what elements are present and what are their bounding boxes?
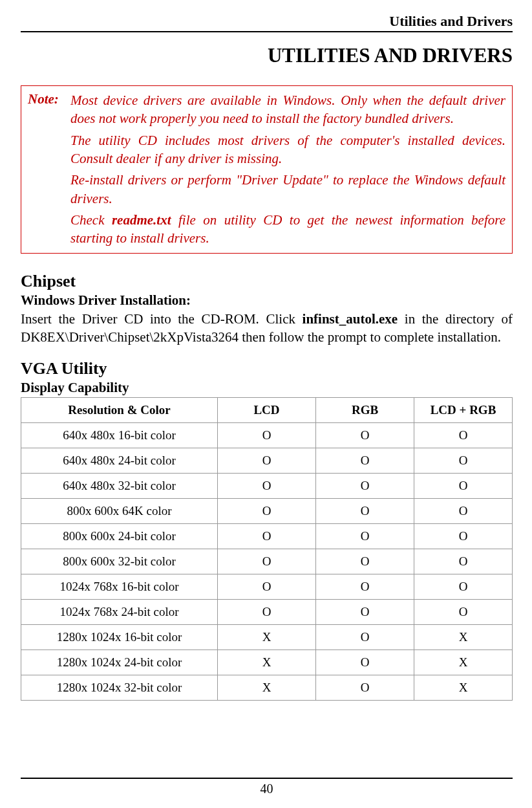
table-cell: X bbox=[218, 675, 316, 701]
note-body: Most device drivers are available in Win… bbox=[70, 91, 505, 248]
running-header: Utilities and Drivers bbox=[21, 13, 513, 32]
table-cell: O bbox=[414, 474, 513, 499]
note-para-1: Most device drivers are available in Win… bbox=[70, 91, 505, 128]
chipset-executable: infinst_autol.exe bbox=[303, 311, 398, 327]
table-cell: 640x 480x 32-bit color bbox=[21, 474, 218, 499]
table-cell: O bbox=[414, 423, 513, 448]
table-cell: 800x 600x 24-bit color bbox=[21, 524, 218, 549]
table-cell: O bbox=[414, 524, 513, 549]
chipset-heading: Chipset bbox=[21, 272, 513, 291]
table-cell: O bbox=[218, 574, 316, 600]
table-cell: X bbox=[414, 675, 513, 701]
table-cell: O bbox=[316, 600, 414, 625]
table-cell: 800x 600x 64K color bbox=[21, 499, 218, 524]
header-lcd-rgb: LCD + RGB bbox=[414, 398, 513, 423]
table-cell: O bbox=[316, 499, 414, 524]
table-cell: X bbox=[414, 625, 513, 650]
table-cell: O bbox=[316, 625, 414, 650]
table-row: 1024x 768x 24-bit colorOOO bbox=[21, 600, 513, 625]
table-cell: 1024x 768x 24-bit color bbox=[21, 600, 218, 625]
chipset-subheading: Windows Driver Installation: bbox=[21, 292, 513, 309]
note-label: Note: bbox=[28, 91, 70, 248]
chipset-text: Insert the Driver CD into the CD-ROM. Cl… bbox=[21, 310, 513, 347]
table-cell: 1280x 1024x 16-bit color bbox=[21, 625, 218, 650]
header-lcd: LCD bbox=[218, 398, 316, 423]
table-row: 1280x 1024x 32-bit colorXOX bbox=[21, 675, 513, 701]
table-cell: 1280x 1024x 32-bit color bbox=[21, 675, 218, 701]
table-row: 640x 480x 24-bit colorOOO bbox=[21, 448, 513, 474]
table-row: 800x 600x 24-bit colorOOO bbox=[21, 524, 513, 549]
table-cell: O bbox=[414, 549, 513, 574]
table-row: 640x 480x 32-bit colorOOO bbox=[21, 474, 513, 499]
chipset-text-pre: Insert the Driver CD into the CD-ROM. Cl… bbox=[21, 311, 303, 327]
table-row: 800x 600x 32-bit colorOOO bbox=[21, 549, 513, 574]
header-resolution: Resolution & Color bbox=[21, 398, 218, 423]
vga-subheading: Display Capability bbox=[21, 380, 513, 396]
table-cell: O bbox=[414, 600, 513, 625]
page-title: UTILITIES AND DRIVERS bbox=[21, 44, 513, 67]
note-box: Note: Most device drivers are available … bbox=[21, 85, 513, 254]
table-cell: O bbox=[414, 574, 513, 600]
table-cell: O bbox=[218, 549, 316, 574]
table-cell: O bbox=[218, 474, 316, 499]
table-header-row: Resolution & Color LCD RGB LCD + RGB bbox=[21, 398, 513, 423]
table-cell: O bbox=[218, 499, 316, 524]
table-cell: 1280x 1024x 24-bit color bbox=[21, 650, 218, 675]
table-cell: O bbox=[316, 474, 414, 499]
table-row: 1280x 1024x 16-bit colorXOX bbox=[21, 625, 513, 650]
table-cell: 800x 600x 32-bit color bbox=[21, 549, 218, 574]
note-para-4-pre: Check bbox=[70, 212, 112, 228]
table-cell: O bbox=[218, 524, 316, 549]
table-cell: O bbox=[414, 499, 513, 524]
table-cell: X bbox=[218, 625, 316, 650]
header-rgb: RGB bbox=[316, 398, 414, 423]
table-cell: O bbox=[218, 600, 316, 625]
table-body: 640x 480x 16-bit colorOOO640x 480x 24-bi… bbox=[21, 423, 513, 701]
page-number: 40 bbox=[261, 781, 273, 796]
page-footer: 40 bbox=[21, 778, 513, 796]
table-row: 640x 480x 16-bit colorOOO bbox=[21, 423, 513, 448]
table-cell: O bbox=[316, 423, 414, 448]
table-cell: X bbox=[414, 650, 513, 675]
readme-filename: readme.txt bbox=[112, 212, 171, 228]
display-capability-table: Resolution & Color LCD RGB LCD + RGB 640… bbox=[21, 397, 513, 701]
table-cell: X bbox=[218, 650, 316, 675]
table-cell: O bbox=[316, 574, 414, 600]
table-cell: O bbox=[316, 675, 414, 701]
table-cell: 640x 480x 16-bit color bbox=[21, 423, 218, 448]
note-para-2: The utility CD includes most drivers of … bbox=[70, 131, 505, 168]
note-para-3: Re-install drivers or perform "Driver Up… bbox=[70, 171, 505, 208]
note-para-4: Check readme.txt file on utility CD to g… bbox=[70, 211, 505, 248]
table-row: 1280x 1024x 24-bit colorXOX bbox=[21, 650, 513, 675]
table-cell: O bbox=[316, 524, 414, 549]
table-cell: O bbox=[316, 549, 414, 574]
table-cell: O bbox=[414, 448, 513, 474]
table-cell: O bbox=[218, 448, 316, 474]
table-row: 1024x 768x 16-bit colorOOO bbox=[21, 574, 513, 600]
vga-heading: VGA Utility bbox=[21, 359, 513, 378]
table-cell: 640x 480x 24-bit color bbox=[21, 448, 218, 474]
table-cell: O bbox=[316, 650, 414, 675]
table-cell: O bbox=[218, 423, 316, 448]
table-row: 800x 600x 64K colorOOO bbox=[21, 499, 513, 524]
table-cell: O bbox=[316, 448, 414, 474]
table-cell: 1024x 768x 16-bit color bbox=[21, 574, 218, 600]
